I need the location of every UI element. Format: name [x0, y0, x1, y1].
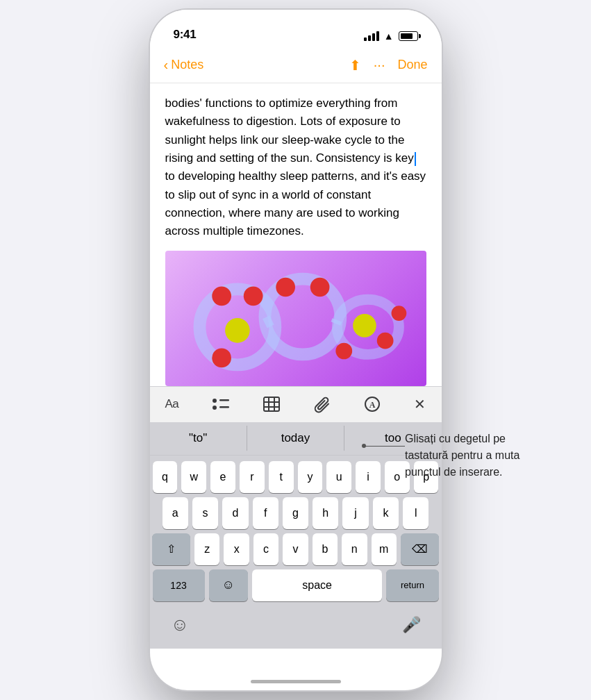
- note-text-after-cursor: to developing healthy sleep patterns, an…: [165, 169, 426, 238]
- autocomplete-bar: "to" today too: [150, 422, 442, 456]
- attach-button[interactable]: [314, 395, 331, 413]
- key-h[interactable]: h: [313, 497, 338, 529]
- space-key[interactable]: space: [252, 569, 383, 601]
- key-y[interactable]: y: [298, 461, 323, 493]
- svg-point-14: [353, 314, 376, 338]
- key-c[interactable]: c: [253, 533, 278, 565]
- mic-icon[interactable]: 🎤: [402, 616, 421, 634]
- key-r[interactable]: r: [240, 461, 265, 493]
- svg-point-6: [243, 286, 263, 306]
- signal-bars-icon: [364, 31, 379, 41]
- callout-text: Glisați cu degetul pe tastatură pentru a…: [405, 431, 572, 481]
- key-s[interactable]: s: [192, 497, 218, 529]
- keyboard-row-3: ⇧ z x c v b n m ⌫: [153, 533, 439, 565]
- more-icon[interactable]: ···: [374, 57, 385, 73]
- back-label[interactable]: Notes: [171, 58, 203, 72]
- key-l[interactable]: l: [403, 497, 428, 529]
- svg-rect-19: [264, 397, 279, 411]
- key-w[interactable]: w: [181, 461, 206, 493]
- svg-point-13: [225, 318, 250, 343]
- note-text-before-cursor: bodies' functions to optimize everything…: [165, 97, 414, 165]
- phone-frame: 9:41 ▲ ‹ Notes ⬆ ··· Done bodies' fun: [150, 10, 442, 690]
- list-format-button[interactable]: [212, 397, 230, 412]
- autocomplete-item-1[interactable]: "to": [150, 426, 247, 451]
- status-icons: ▲: [364, 31, 418, 42]
- close-toolbar-button[interactable]: ✕: [414, 396, 426, 412]
- emoji-icon[interactable]: ☺: [171, 614, 190, 635]
- nav-actions: ⬆ ··· Done: [349, 57, 428, 74]
- svg-point-12: [391, 306, 406, 321]
- key-i[interactable]: i: [356, 461, 381, 493]
- keyboard-row-4: 123 ☺ space return: [153, 569, 439, 601]
- svg-rect-17: [219, 399, 229, 401]
- svg-text:A: A: [369, 400, 376, 410]
- svg-line-3: [265, 320, 272, 324]
- key-f[interactable]: f: [253, 497, 278, 529]
- key-t[interactable]: t: [269, 461, 294, 493]
- svg-point-15: [213, 399, 217, 403]
- key-u[interactable]: u: [326, 461, 351, 493]
- molecule-image: [165, 251, 426, 386]
- key-j[interactable]: j: [342, 497, 368, 529]
- text-format-button[interactable]: Aa: [165, 397, 179, 411]
- navigation-bar: ‹ Notes ⬆ ··· Done: [150, 47, 442, 83]
- key-q[interactable]: q: [153, 461, 178, 493]
- key-x[interactable]: x: [224, 533, 249, 565]
- bottom-bar: ☺ 🎤: [150, 608, 442, 649]
- keyboard-row-1: q w e r t y u i o p: [153, 461, 439, 493]
- key-d[interactable]: d: [222, 497, 248, 529]
- status-bar: 9:41 ▲: [150, 10, 442, 47]
- wifi-icon: ▲: [384, 31, 394, 42]
- key-e[interactable]: e: [210, 461, 235, 493]
- keyboard[interactable]: q w e r t y u i o p a s d f g h j k l ⇧ …: [150, 456, 442, 608]
- shift-key[interactable]: ⇧: [152, 533, 190, 565]
- delete-key[interactable]: ⌫: [401, 533, 439, 565]
- return-key[interactable]: return: [386, 569, 438, 601]
- key-g[interactable]: g: [283, 497, 308, 529]
- status-time: 9:41: [174, 28, 197, 42]
- svg-point-8: [276, 277, 295, 297]
- svg-point-16: [213, 406, 217, 410]
- callout-annotation: Glisați cu degetul pe tastatură pentru a…: [405, 431, 572, 481]
- key-k[interactable]: k: [373, 497, 399, 529]
- battery-icon: [399, 31, 418, 41]
- autocomplete-item-2[interactable]: today: [247, 426, 344, 451]
- key-v[interactable]: v: [283, 533, 308, 565]
- note-body[interactable]: bodies' functions to optimize everything…: [150, 83, 442, 241]
- emoji-keyboard-key[interactable]: ☺: [209, 569, 248, 601]
- nav-back[interactable]: ‹ Notes: [164, 57, 204, 73]
- keyboard-row-2: a s d f g h j k l: [153, 497, 439, 529]
- numbers-key[interactable]: 123: [153, 569, 205, 601]
- svg-point-10: [335, 342, 352, 359]
- key-z[interactable]: z: [194, 533, 219, 565]
- svg-rect-18: [219, 406, 229, 408]
- format-toolbar: Aa A: [150, 386, 442, 422]
- svg-point-11: [376, 333, 393, 349]
- svg-point-7: [212, 348, 231, 367]
- key-n[interactable]: n: [342, 533, 367, 565]
- text-cursor: [415, 152, 416, 166]
- key-b[interactable]: b: [313, 533, 338, 565]
- markup-button[interactable]: A: [363, 395, 381, 413]
- svg-line-4: [335, 320, 337, 324]
- svg-point-5: [212, 286, 231, 306]
- home-indicator: [251, 680, 341, 683]
- chevron-left-icon: ‹: [164, 57, 169, 73]
- share-icon[interactable]: ⬆: [349, 57, 361, 74]
- done-button[interactable]: Done: [397, 58, 427, 72]
- key-a[interactable]: a: [163, 497, 188, 529]
- callout-line: [363, 446, 405, 447]
- svg-point-9: [310, 277, 329, 297]
- key-m[interactable]: m: [372, 533, 397, 565]
- table-button[interactable]: [263, 396, 281, 412]
